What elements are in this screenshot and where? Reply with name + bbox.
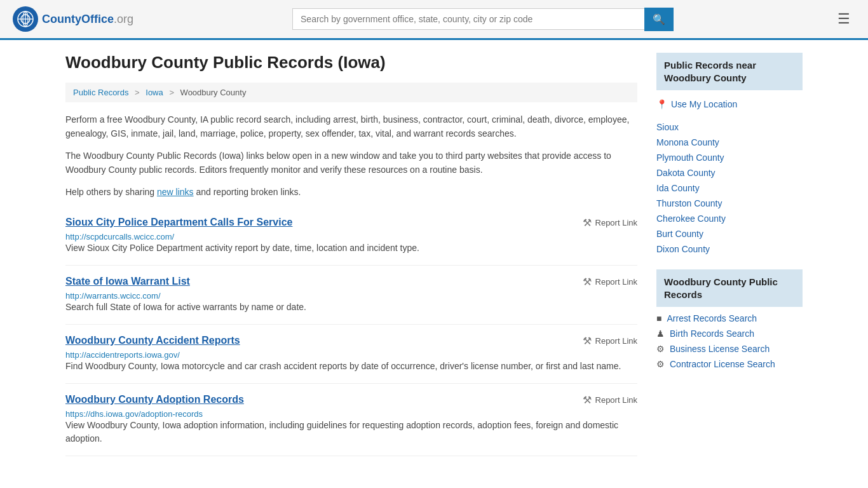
nearby-county-item-3[interactable]: Dakota County (656, 165, 803, 180)
breadcrumb-public-records[interactable]: Public Records (73, 88, 128, 97)
use-location-link[interactable]: Use My Location (671, 99, 737, 109)
sidebar-records-list: ■ Arrest Records Search ♟ Birth Records … (656, 311, 803, 372)
location-icon: 📍 (656, 99, 667, 109)
content-area: Woodbury County Public Records (Iowa) Pu… (65, 53, 637, 456)
description-2: The Woodbury County Public Records (Iowa… (65, 149, 637, 177)
nearby-county-link-4[interactable]: Ida County (656, 183, 700, 193)
report-link-1[interactable]: ⚒ Report Link (583, 276, 637, 288)
record-title-3[interactable]: Woodbury County Adoption Records (65, 394, 244, 405)
record-header-2: Woodbury County Accident Reports ⚒ Repor… (65, 335, 637, 347)
nearby-county-link-6[interactable]: Cherokee County (656, 214, 726, 224)
record-url-0[interactable]: http://scpdcurcalls.wcicc.com/ (65, 232, 174, 241)
nearby-county-link-1[interactable]: Monona County (656, 137, 719, 147)
nearby-county-item-1[interactable]: Monona County (656, 135, 803, 150)
record-url-1[interactable]: http://warrants.wcicc.com/ (65, 291, 161, 301)
record-url-2[interactable]: http://accidentreports.iowa.gov/ (65, 350, 180, 360)
search-icon: 🔍 (653, 14, 665, 25)
nearby-header: Public Records near Woodbury County (656, 53, 803, 90)
sidebar-record-icon-2: ⚙ (656, 344, 665, 354)
desc3-prefix: Help others by sharing (65, 187, 157, 197)
nearby-county-link-3[interactable]: Dakota County (656, 168, 715, 178)
report-icon-0: ⚒ (583, 217, 592, 229)
record-entry-1: State of Iowa Warrant List ⚒ Report Link… (65, 266, 637, 325)
sidebar-record-icon-0: ■ (656, 313, 661, 323)
record-title-0[interactable]: Sioux City Police Department Calls For S… (65, 217, 292, 228)
record-entry-0: Sioux City Police Department Calls For S… (65, 207, 637, 266)
nearby-county-item-0[interactable]: Sioux (656, 119, 803, 135)
sidebar-record-link-0[interactable]: Arrest Records Search (667, 313, 757, 323)
report-icon-2: ⚒ (583, 335, 592, 347)
breadcrumb-iowa[interactable]: Iowa (146, 88, 163, 97)
sidebar-record-item-2[interactable]: ⚙ Business License Search (656, 341, 803, 356)
new-links-link[interactable]: new links (157, 187, 194, 197)
report-link-0[interactable]: ⚒ Report Link (583, 217, 637, 229)
use-my-location-item[interactable]: 📍 Use My Location (656, 94, 803, 114)
description-3: Help others by sharing new links and rep… (65, 185, 637, 199)
record-header-1: State of Iowa Warrant List ⚒ Report Link (65, 276, 637, 288)
nearby-county-item-5[interactable]: Thurston County (656, 196, 803, 211)
sidebar-record-icon-1: ♟ (656, 329, 665, 339)
nearby-county-link-8[interactable]: Dixon County (656, 244, 710, 254)
desc3-suffix: and reporting broken links. (194, 187, 301, 197)
record-desc-0: View Sioux City Police Department activi… (65, 241, 637, 255)
record-entry-3: Woodbury County Adoption Records ⚒ Repor… (65, 384, 637, 456)
breadcrumb: Public Records > Iowa > Woodbury County (65, 83, 637, 102)
record-url-3[interactable]: https://dhs.iowa.gov/adoption-records (65, 409, 203, 419)
nearby-county-link-7[interactable]: Burt County (656, 229, 703, 239)
main-container: Woodbury County Public Records (Iowa) Pu… (53, 40, 815, 469)
nearby-list: 📍 Use My Location SiouxMonona CountyPlym… (656, 94, 803, 257)
record-desc-3: View Woodbury County, Iowa adoption info… (65, 419, 637, 445)
records-section: Woodbury County Public Records ■ Arrest … (656, 269, 803, 372)
site-header: CountyOffice.org 🔍 ☰ (0, 0, 868, 40)
record-header-3: Woodbury County Adoption Records ⚒ Repor… (65, 394, 637, 406)
search-button[interactable]: 🔍 (644, 8, 674, 31)
records-container: Sioux City Police Department Calls For S… (65, 207, 637, 456)
report-label-1[interactable]: Report Link (595, 277, 637, 287)
nearby-counties (656, 114, 803, 119)
breadcrumb-woodbury: Woodbury County (180, 88, 247, 97)
menu-button[interactable]: ☰ (832, 8, 855, 30)
nearby-section: Public Records near Woodbury County 📍 Us… (656, 53, 803, 257)
sidebar-record-link-2[interactable]: Business License Search (670, 344, 770, 354)
breadcrumb-sep-1: > (135, 88, 140, 97)
sidebar-record-link-1[interactable]: Birth Records Search (670, 329, 754, 339)
record-header-0: Sioux City Police Department Calls For S… (65, 217, 637, 229)
report-icon-1: ⚒ (583, 276, 592, 288)
nearby-county-item-6[interactable]: Cherokee County (656, 211, 803, 226)
report-icon-3: ⚒ (583, 394, 592, 406)
nearby-county-item-7[interactable]: Burt County (656, 226, 803, 241)
records-section-header: Woodbury County Public Records (656, 269, 803, 307)
record-desc-2: Find Woodbury County, Iowa motorcycle an… (65, 360, 637, 373)
sidebar-record-link-3[interactable]: Contractor License Search (670, 359, 775, 369)
nearby-county-item-4[interactable]: Ida County (656, 180, 803, 196)
nearby-county-link-5[interactable]: Thurston County (656, 198, 722, 208)
nearby-county-item-8[interactable]: Dixon County (656, 241, 803, 257)
breadcrumb-sep-2: > (169, 88, 174, 97)
sidebar-record-item-0[interactable]: ■ Arrest Records Search (656, 311, 803, 326)
report-link-2[interactable]: ⚒ Report Link (583, 335, 637, 347)
report-label-3[interactable]: Report Link (595, 395, 637, 405)
nearby-county-link-0[interactable]: Sioux (656, 122, 679, 132)
hamburger-icon: ☰ (837, 11, 850, 27)
record-entry-2: Woodbury County Accident Reports ⚒ Repor… (65, 325, 637, 384)
description-1: Perform a free Woodbury County, IA publi… (65, 112, 637, 141)
page-title: Woodbury County Public Records (Iowa) (65, 53, 637, 72)
sidebar-record-item-3[interactable]: ⚙ Contractor License Search (656, 356, 803, 372)
report-label-0[interactable]: Report Link (595, 218, 637, 227)
report-label-2[interactable]: Report Link (595, 336, 637, 346)
report-link-3[interactable]: ⚒ Report Link (583, 394, 637, 406)
sidebar-record-icon-3: ⚙ (656, 359, 665, 369)
nearby-county-link-2[interactable]: Plymouth County (656, 152, 724, 163)
search-input[interactable] (292, 8, 644, 30)
sidebar-record-item-1[interactable]: ♟ Birth Records Search (656, 326, 803, 341)
search-area: 🔍 (292, 8, 674, 31)
record-title-1[interactable]: State of Iowa Warrant List (65, 276, 190, 287)
record-desc-1: Search full State of Iowa for active war… (65, 301, 637, 314)
use-location-btn[interactable]: 📍 Use My Location (656, 97, 803, 112)
sidebar: Public Records near Woodbury County 📍 Us… (656, 53, 803, 456)
record-title-2[interactable]: Woodbury County Accident Reports (65, 335, 240, 346)
logo-text: CountyOffice.org (42, 13, 133, 26)
logo-area: CountyOffice.org (13, 6, 133, 32)
logo-icon (13, 6, 38, 32)
nearby-county-item-2[interactable]: Plymouth County (656, 150, 803, 165)
